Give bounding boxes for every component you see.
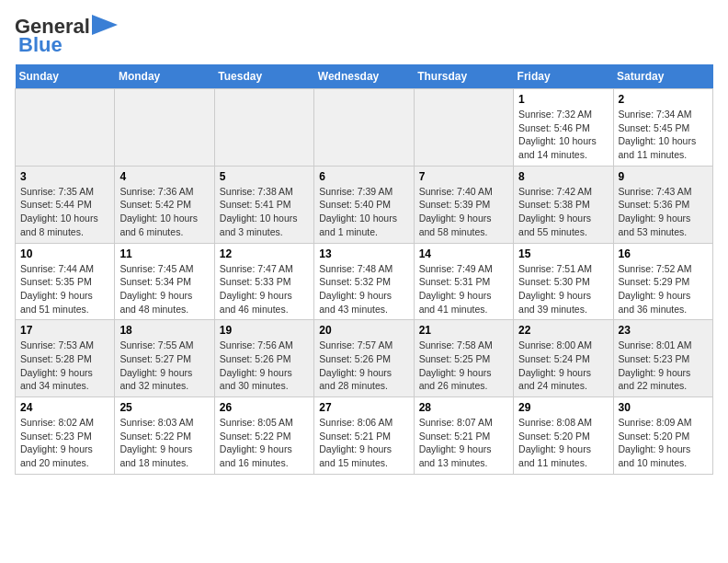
calendar-cell: 4Sunrise: 7:36 AM Sunset: 5:42 PM Daylig…: [115, 166, 214, 243]
day-number: 21: [419, 324, 508, 337]
day-info: Sunrise: 7:55 AM Sunset: 5:27 PM Dayligh…: [119, 339, 209, 393]
day-number: 22: [518, 324, 608, 337]
calendar-cell: 1Sunrise: 7:32 AM Sunset: 5:46 PM Daylig…: [514, 89, 613, 167]
day-info: Sunrise: 7:42 AM Sunset: 5:38 PM Dayligh…: [518, 185, 608, 239]
calendar-week-row: 10Sunrise: 7:44 AM Sunset: 5:35 PM Dayli…: [16, 243, 713, 320]
calendar-cell: 22Sunrise: 8:00 AM Sunset: 5:24 PM Dayli…: [514, 320, 613, 397]
calendar-cell: 29Sunrise: 8:08 AM Sunset: 5:20 PM Dayli…: [514, 397, 613, 475]
day-number: 20: [319, 324, 408, 337]
calendar-table: SundayMondayTuesdayWednesdayThursdayFrid…: [15, 64, 713, 475]
weekday-header-sunday: Sunday: [16, 64, 115, 89]
day-info: Sunrise: 7:49 AM Sunset: 5:31 PM Dayligh…: [419, 262, 508, 316]
calendar-cell: 3Sunrise: 7:35 AM Sunset: 5:44 PM Daylig…: [16, 166, 115, 243]
weekday-header-friday: Friday: [514, 64, 613, 89]
calendar-cell: 7Sunrise: 7:40 AM Sunset: 5:39 PM Daylig…: [414, 166, 513, 243]
day-number: 11: [119, 247, 209, 260]
day-info: Sunrise: 7:40 AM Sunset: 5:39 PM Dayligh…: [419, 185, 508, 239]
day-info: Sunrise: 7:51 AM Sunset: 5:30 PM Dayligh…: [518, 262, 608, 316]
day-number: 18: [119, 324, 209, 337]
calendar-cell: 15Sunrise: 7:51 AM Sunset: 5:30 PM Dayli…: [514, 243, 613, 320]
day-number: 17: [20, 324, 109, 337]
day-info: Sunrise: 7:35 AM Sunset: 5:44 PM Dayligh…: [20, 185, 109, 239]
day-number: 8: [518, 170, 608, 183]
day-number: 28: [419, 401, 508, 414]
calendar-cell: 16Sunrise: 7:52 AM Sunset: 5:29 PM Dayli…: [613, 243, 712, 320]
page-header: General Blue: [15, 15, 713, 57]
calendar-cell: 13Sunrise: 7:48 AM Sunset: 5:32 PM Dayli…: [314, 243, 414, 320]
calendar-cell: [414, 89, 513, 167]
day-info: Sunrise: 7:43 AM Sunset: 5:36 PM Dayligh…: [619, 185, 708, 239]
weekday-header-saturday: Saturday: [613, 64, 712, 89]
calendar-cell: 14Sunrise: 7:49 AM Sunset: 5:31 PM Dayli…: [414, 243, 513, 320]
day-info: Sunrise: 7:52 AM Sunset: 5:29 PM Dayligh…: [619, 262, 708, 316]
calendar-cell: 20Sunrise: 7:57 AM Sunset: 5:26 PM Dayli…: [314, 320, 414, 397]
calendar-week-row: 24Sunrise: 8:02 AM Sunset: 5:23 PM Dayli…: [16, 397, 713, 475]
weekday-header-thursday: Thursday: [414, 64, 513, 89]
day-number: 3: [20, 170, 109, 183]
day-number: 25: [119, 401, 209, 414]
day-number: 12: [220, 247, 309, 260]
day-info: Sunrise: 7:58 AM Sunset: 5:25 PM Dayligh…: [419, 339, 508, 393]
calendar-week-row: 1Sunrise: 7:32 AM Sunset: 5:46 PM Daylig…: [16, 89, 713, 167]
day-info: Sunrise: 8:09 AM Sunset: 5:20 PM Dayligh…: [619, 416, 708, 470]
calendar-cell: 28Sunrise: 8:07 AM Sunset: 5:21 PM Dayli…: [414, 397, 513, 475]
logo: General Blue: [15, 15, 118, 57]
calendar-week-row: 3Sunrise: 7:35 AM Sunset: 5:44 PM Daylig…: [16, 166, 713, 243]
day-info: Sunrise: 8:06 AM Sunset: 5:21 PM Dayligh…: [319, 416, 408, 470]
day-info: Sunrise: 7:57 AM Sunset: 5:26 PM Dayligh…: [319, 339, 408, 393]
calendar-cell: 6Sunrise: 7:39 AM Sunset: 5:40 PM Daylig…: [314, 166, 414, 243]
day-number: 10: [20, 247, 109, 260]
weekday-header-wednesday: Wednesday: [314, 64, 414, 89]
weekday-header-tuesday: Tuesday: [214, 64, 313, 89]
day-info: Sunrise: 8:05 AM Sunset: 5:22 PM Dayligh…: [220, 416, 309, 470]
logo-blue: Blue: [18, 33, 63, 57]
calendar-cell: [16, 89, 115, 167]
day-number: 26: [220, 401, 309, 414]
day-number: 2: [619, 93, 708, 106]
day-info: Sunrise: 7:56 AM Sunset: 5:26 PM Dayligh…: [220, 339, 309, 393]
day-number: 7: [419, 170, 508, 183]
calendar-cell: 8Sunrise: 7:42 AM Sunset: 5:38 PM Daylig…: [514, 166, 613, 243]
day-number: 6: [319, 170, 408, 183]
day-info: Sunrise: 8:00 AM Sunset: 5:24 PM Dayligh…: [518, 339, 608, 393]
day-info: Sunrise: 7:38 AM Sunset: 5:41 PM Dayligh…: [220, 185, 309, 239]
day-info: Sunrise: 8:03 AM Sunset: 5:22 PM Dayligh…: [119, 416, 209, 470]
day-number: 30: [619, 401, 708, 414]
day-info: Sunrise: 7:32 AM Sunset: 5:46 PM Dayligh…: [518, 108, 608, 162]
day-info: Sunrise: 8:08 AM Sunset: 5:20 PM Dayligh…: [518, 416, 608, 470]
calendar-cell: 21Sunrise: 7:58 AM Sunset: 5:25 PM Dayli…: [414, 320, 513, 397]
calendar-cell: 25Sunrise: 8:03 AM Sunset: 5:22 PM Dayli…: [115, 397, 214, 475]
calendar-cell: 23Sunrise: 8:01 AM Sunset: 5:23 PM Dayli…: [613, 320, 712, 397]
logo-arrow-icon: [92, 15, 118, 35]
calendar-cell: [115, 89, 214, 167]
day-number: 9: [619, 170, 708, 183]
day-info: Sunrise: 7:39 AM Sunset: 5:40 PM Dayligh…: [319, 185, 408, 239]
day-number: 1: [518, 93, 608, 106]
calendar-cell: 26Sunrise: 8:05 AM Sunset: 5:22 PM Dayli…: [214, 397, 313, 475]
day-info: Sunrise: 7:48 AM Sunset: 5:32 PM Dayligh…: [319, 262, 408, 316]
calendar-cell: [314, 89, 414, 167]
calendar-cell: 11Sunrise: 7:45 AM Sunset: 5:34 PM Dayli…: [115, 243, 214, 320]
day-info: Sunrise: 7:53 AM Sunset: 5:28 PM Dayligh…: [20, 339, 109, 393]
day-number: 24: [20, 401, 109, 414]
calendar-cell: 24Sunrise: 8:02 AM Sunset: 5:23 PM Dayli…: [16, 397, 115, 475]
day-info: Sunrise: 7:34 AM Sunset: 5:45 PM Dayligh…: [619, 108, 708, 162]
calendar-cell: 27Sunrise: 8:06 AM Sunset: 5:21 PM Dayli…: [314, 397, 414, 475]
day-info: Sunrise: 7:47 AM Sunset: 5:33 PM Dayligh…: [220, 262, 309, 316]
day-number: 19: [220, 324, 309, 337]
day-info: Sunrise: 8:01 AM Sunset: 5:23 PM Dayligh…: [619, 339, 708, 393]
calendar-cell: 12Sunrise: 7:47 AM Sunset: 5:33 PM Dayli…: [214, 243, 313, 320]
calendar-cell: 18Sunrise: 7:55 AM Sunset: 5:27 PM Dayli…: [115, 320, 214, 397]
calendar-cell: 30Sunrise: 8:09 AM Sunset: 5:20 PM Dayli…: [613, 397, 712, 475]
day-info: Sunrise: 8:02 AM Sunset: 5:23 PM Dayligh…: [20, 416, 109, 470]
day-number: 23: [619, 324, 708, 337]
day-number: 29: [518, 401, 608, 414]
day-info: Sunrise: 8:07 AM Sunset: 5:21 PM Dayligh…: [419, 416, 508, 470]
calendar-cell: 9Sunrise: 7:43 AM Sunset: 5:36 PM Daylig…: [613, 166, 712, 243]
day-info: Sunrise: 7:45 AM Sunset: 5:34 PM Dayligh…: [119, 262, 209, 316]
day-number: 5: [220, 170, 309, 183]
day-number: 15: [518, 247, 608, 260]
svg-marker-0: [92, 15, 118, 35]
calendar-header-row: SundayMondayTuesdayWednesdayThursdayFrid…: [16, 64, 713, 89]
calendar-cell: [214, 89, 313, 167]
